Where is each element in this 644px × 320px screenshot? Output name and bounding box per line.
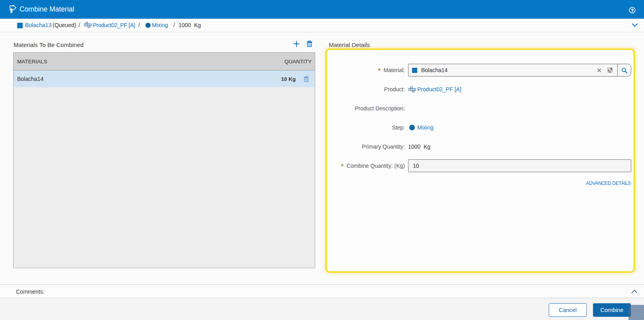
svg-text:?: ? [631, 8, 634, 13]
